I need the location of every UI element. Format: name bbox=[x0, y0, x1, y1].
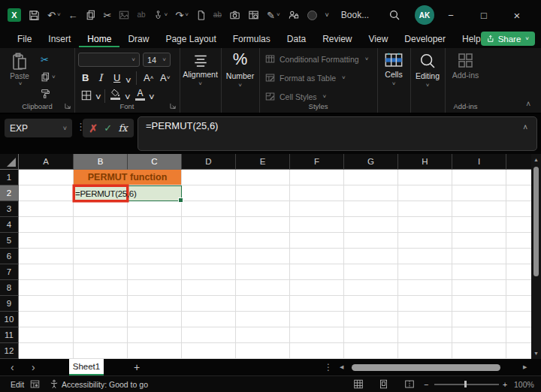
tab-page-layout[interactable]: Page Layout bbox=[157, 32, 224, 47]
alignment-button[interactable]: Alignment ˅ bbox=[180, 54, 221, 87]
cut-icon[interactable]: ✂ bbox=[104, 11, 112, 20]
cell-mode-indicator[interactable]: Edit bbox=[11, 376, 24, 392]
cell[interactable] bbox=[128, 217, 182, 233]
cell[interactable] bbox=[506, 312, 531, 327]
cell[interactable] bbox=[506, 264, 531, 280]
column-header-c[interactable]: C bbox=[128, 154, 182, 170]
zoom-slider[interactable] bbox=[434, 384, 499, 385]
format-painter-button[interactable] bbox=[41, 89, 56, 98]
cell[interactable] bbox=[74, 233, 128, 249]
cell[interactable] bbox=[344, 217, 398, 233]
cell[interactable] bbox=[182, 296, 236, 312]
cell[interactable] bbox=[128, 201, 182, 217]
conditional-formatting-button[interactable]: Conditional Formatting ˅ bbox=[265, 54, 368, 64]
cell[interactable] bbox=[506, 343, 531, 359]
cell[interactable] bbox=[128, 343, 182, 359]
copy-icon[interactable] bbox=[86, 10, 96, 20]
camera-icon[interactable] bbox=[229, 10, 240, 20]
cell[interactable] bbox=[290, 185, 344, 201]
borders-button[interactable] bbox=[81, 90, 92, 101]
cell[interactable] bbox=[19, 296, 74, 312]
cell[interactable] bbox=[290, 249, 344, 264]
font-size-combo[interactable]: 14 ˅ bbox=[143, 53, 171, 67]
cell[interactable] bbox=[128, 312, 182, 327]
close-button[interactable]: × bbox=[500, 0, 533, 30]
row-header-10[interactable]: 10 bbox=[0, 312, 19, 327]
addins-button[interactable]: Add-ins bbox=[445, 53, 486, 80]
cell[interactable] bbox=[290, 233, 344, 249]
next-sheet-icon[interactable]: › bbox=[32, 359, 35, 375]
cell[interactable] bbox=[236, 296, 290, 312]
toolbar-overflow-chevron-icon[interactable]: ˅ bbox=[325, 12, 329, 19]
tab-view[interactable]: View bbox=[361, 32, 397, 47]
column-header-g[interactable]: G bbox=[344, 154, 398, 170]
cancel-icon[interactable]: ✗ bbox=[89, 122, 98, 134]
cell[interactable] bbox=[398, 233, 452, 249]
paste-button[interactable]: Paste ˅ bbox=[6, 53, 33, 87]
cell[interactable] bbox=[344, 185, 398, 201]
row-header-9[interactable]: 9 bbox=[0, 296, 19, 312]
cell[interactable] bbox=[74, 327, 128, 343]
cells-button[interactable]: Cells ˅ bbox=[377, 53, 410, 87]
cell[interactable] bbox=[506, 233, 531, 249]
cell[interactable] bbox=[290, 312, 344, 327]
cell[interactable] bbox=[19, 264, 74, 280]
cell[interactable] bbox=[506, 280, 531, 296]
cell[interactable] bbox=[452, 264, 506, 280]
cell[interactable] bbox=[452, 201, 506, 217]
select-all-corner[interactable] bbox=[0, 154, 19, 170]
copy-button[interactable]: ˅ bbox=[41, 72, 56, 82]
vertical-scrollbar[interactable]: ▲ ▼ bbox=[531, 154, 541, 359]
number-button[interactable]: % Number ˅ bbox=[221, 50, 259, 89]
cell[interactable] bbox=[452, 185, 506, 201]
document-title[interactable]: Book... bbox=[341, 10, 369, 20]
cell[interactable] bbox=[19, 343, 74, 359]
cell[interactable] bbox=[452, 312, 506, 327]
row-header-2[interactable]: 2 bbox=[0, 185, 19, 201]
cell[interactable] bbox=[506, 170, 531, 185]
row-header-8[interactable]: 8 bbox=[0, 280, 19, 296]
avatar[interactable]: AK bbox=[415, 5, 434, 25]
profile-circle-icon[interactable] bbox=[307, 10, 318, 21]
tab-formulas[interactable]: Formulas bbox=[225, 32, 279, 47]
redo-icon[interactable]: ↷˅ bbox=[175, 11, 189, 20]
cell[interactable] bbox=[128, 327, 182, 343]
cell[interactable] bbox=[452, 343, 506, 359]
cell[interactable] bbox=[19, 217, 74, 233]
cut-button[interactable]: ✂ bbox=[41, 54, 56, 65]
shrink-font-button[interactable]: A˅ bbox=[160, 73, 170, 83]
scroll-down-icon[interactable]: ▼ bbox=[531, 351, 541, 356]
add-sheet-icon[interactable]: + bbox=[134, 359, 140, 375]
cell[interactable] bbox=[506, 296, 531, 312]
fill-handle[interactable] bbox=[178, 198, 183, 203]
cell[interactable] bbox=[19, 327, 74, 343]
cell[interactable] bbox=[344, 280, 398, 296]
search-icon[interactable] bbox=[388, 9, 400, 21]
cell[interactable] bbox=[19, 185, 74, 201]
back-arrow-icon[interactable]: ← bbox=[68, 11, 78, 20]
cell[interactable] bbox=[290, 280, 344, 296]
cell[interactable] bbox=[452, 296, 506, 312]
cell[interactable] bbox=[128, 280, 182, 296]
page-break-preview-icon[interactable] bbox=[404, 376, 415, 392]
person-lock-icon[interactable] bbox=[288, 10, 299, 20]
zoom-in-icon[interactable]: + bbox=[503, 376, 507, 392]
row-header-11[interactable]: 11 bbox=[0, 327, 19, 343]
cell[interactable] bbox=[236, 280, 290, 296]
bold-button[interactable]: B bbox=[82, 73, 89, 83]
cell[interactable] bbox=[344, 233, 398, 249]
cell[interactable] bbox=[290, 217, 344, 233]
cell[interactable] bbox=[344, 312, 398, 327]
font-color-button[interactable]: A bbox=[135, 89, 145, 101]
borders-chevron-icon[interactable]: ˅ bbox=[95, 92, 101, 102]
cell[interactable] bbox=[236, 170, 290, 185]
cell[interactable] bbox=[344, 249, 398, 264]
row-header-7[interactable]: 7 bbox=[0, 264, 19, 280]
cell[interactable] bbox=[236, 264, 290, 280]
tab-insert[interactable]: Insert bbox=[40, 32, 79, 47]
cell[interactable] bbox=[506, 327, 531, 343]
cell[interactable] bbox=[236, 327, 290, 343]
cell[interactable] bbox=[398, 217, 452, 233]
cell[interactable] bbox=[290, 296, 344, 312]
cell[interactable] bbox=[182, 312, 236, 327]
